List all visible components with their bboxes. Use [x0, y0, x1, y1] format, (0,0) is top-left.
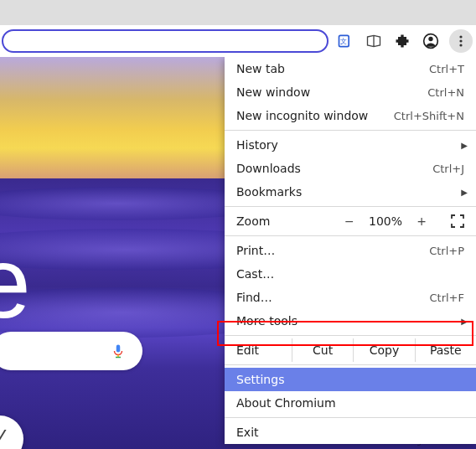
- menu-exit[interactable]: Exit: [225, 421, 476, 444]
- translate-icon[interactable]: 文: [335, 31, 355, 51]
- svg-rect-7: [116, 345, 121, 353]
- menu-label: Exit: [236, 426, 464, 439]
- profile-icon[interactable]: [421, 31, 441, 51]
- menu-more-tools[interactable]: More tools▶: [225, 309, 476, 333]
- menu-new-window[interactable]: New windowCtrl+N: [225, 80, 476, 104]
- menu-label: History: [236, 138, 464, 152]
- menu-downloads[interactable]: DownloadsCtrl+J: [225, 157, 476, 180]
- menu-cast[interactable]: Cast…: [225, 262, 476, 286]
- separator: [225, 206, 476, 207]
- separator: [225, 130, 476, 131]
- fullscreen-icon[interactable]: [451, 214, 464, 228]
- edit-paste-button[interactable]: Paste: [415, 338, 476, 362]
- menu-label: Bookmarks: [236, 185, 464, 199]
- svg-point-6: [459, 44, 462, 46]
- tab-strip: [0, 0, 476, 25]
- address-bar[interactable]: [2, 29, 329, 53]
- menu-new-incognito[interactable]: New incognito windowCtrl+Shift+N: [225, 104, 476, 127]
- menu-shortcut: Ctrl+J: [432, 163, 464, 175]
- menu-label: Cast…: [236, 267, 464, 281]
- menu-label: Downloads: [236, 162, 432, 175]
- menu-shortcut: Ctrl+Shift+N: [394, 110, 464, 122]
- zoom-value: 100%: [369, 214, 402, 228]
- menu-label: About Chromium: [236, 396, 464, 410]
- zoom-in-button[interactable]: +: [416, 214, 427, 228]
- toolbar-icons: 文: [335, 29, 473, 53]
- separator: [225, 235, 476, 236]
- logo-glyph: e: [0, 224, 31, 340]
- menu-about[interactable]: About Chromium: [225, 391, 476, 415]
- menu-label: Edit: [225, 343, 292, 357]
- svg-text:文: 文: [340, 37, 347, 45]
- svg-point-4: [459, 35, 462, 38]
- main-menu: New tabCtrl+T New windowCtrl+N New incog…: [225, 57, 476, 444]
- menu-shortcut: Ctrl+T: [429, 63, 464, 75]
- zoom-controls: − 100% +: [344, 214, 464, 228]
- reader-icon[interactable]: [364, 31, 384, 51]
- menu-label: New incognito window: [236, 109, 394, 122]
- menu-zoom: Zoom − 100% +: [225, 209, 476, 233]
- extensions-icon[interactable]: [392, 31, 412, 51]
- menu-shortcut: Ctrl+F: [429, 292, 464, 304]
- menu-label: Find…: [236, 291, 429, 304]
- submenu-arrow-icon: ▶: [461, 141, 468, 150]
- menu-shortcut: Ctrl+N: [427, 86, 464, 99]
- menu-print[interactable]: Print…Ctrl+P: [225, 239, 476, 262]
- menu-button[interactable]: [449, 29, 473, 53]
- toolbar: 文: [0, 25, 476, 57]
- voice-search-icon[interactable]: [111, 342, 126, 360]
- search-pill[interactable]: [0, 332, 142, 370]
- separator: [225, 417, 476, 418]
- menu-shortcut: Ctrl+P: [429, 245, 464, 257]
- menu-settings[interactable]: Settings: [225, 368, 476, 391]
- edit-copy-button[interactable]: Copy: [353, 338, 414, 362]
- menu-edit-row: Edit Cut Copy Paste: [225, 338, 476, 362]
- menu-find[interactable]: Find…Ctrl+F: [225, 286, 476, 309]
- menu-bookmarks[interactable]: Bookmarks▶: [225, 180, 476, 204]
- menu-label: Print…: [236, 244, 429, 257]
- page-content: e ⁄ gvieworksearc New tabCtrl+T New wind…: [0, 57, 476, 449]
- svg-point-3: [428, 37, 432, 41]
- fab-glyph: ⁄: [0, 426, 2, 450]
- menu-label: Settings: [236, 373, 464, 386]
- menu-label: New window: [236, 85, 427, 99]
- menu-label: Zoom: [236, 214, 344, 228]
- menu-new-tab[interactable]: New tabCtrl+T: [225, 57, 476, 80]
- menu-label: More tools: [236, 314, 464, 328]
- submenu-arrow-icon: ▶: [461, 317, 468, 326]
- separator: [225, 364, 476, 365]
- separator: [225, 335, 476, 336]
- edit-cut-button[interactable]: Cut: [292, 338, 353, 362]
- menu-history[interactable]: History▶: [225, 133, 476, 157]
- zoom-out-button[interactable]: −: [344, 214, 355, 228]
- menu-label: New tab: [236, 62, 429, 75]
- submenu-arrow-icon: ▶: [461, 188, 468, 197]
- svg-point-5: [459, 39, 462, 42]
